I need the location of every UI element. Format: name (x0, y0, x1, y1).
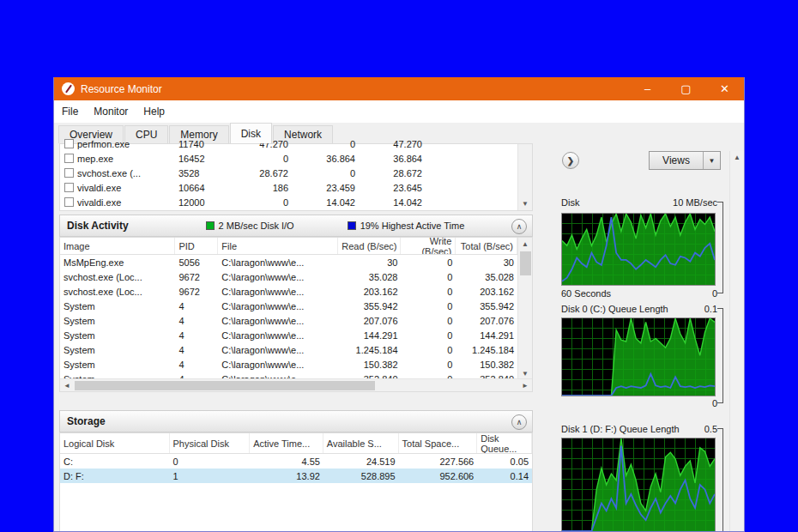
process-checkbox[interactable] (64, 154, 74, 163)
da-total: 150.382 (456, 360, 517, 370)
disk-activity-row[interactable]: System 4 C:\laragon\www\e... 1.245.184 0… (60, 342, 517, 357)
da-write: 0 (402, 360, 456, 370)
scroll-down-icon[interactable]: ▼ (518, 197, 532, 210)
process-image: perfmon.exe (74, 139, 175, 149)
da-pid: 5056 (175, 257, 218, 268)
da-file: C:\laragon\www\e... (218, 301, 337, 311)
process-row[interactable]: vivaldi.exe 10664 186 23.459 23.645 (60, 180, 517, 195)
da-file: C:\laragon\www\e... (218, 287, 337, 297)
da-file: C:\laragon\www\e... (218, 330, 337, 341)
maximize-button[interactable]: ▢ (667, 77, 705, 100)
da-write: 0 (402, 345, 456, 355)
scroll-up-icon[interactable]: ▲ (518, 238, 532, 251)
menu-file[interactable]: File (54, 100, 86, 123)
process-pid: 16452 (175, 154, 227, 164)
process-checkbox[interactable] (64, 168, 74, 178)
col-physical-disk[interactable]: Physical Disk (170, 433, 251, 453)
da-write: 0 (402, 272, 456, 282)
processes-scrollbar[interactable]: ▼ (517, 144, 532, 210)
da-total: 355.942 (456, 301, 517, 311)
st-available: 24.519 (323, 456, 399, 467)
collapse-disk-activity-button[interactable]: ∧ (511, 219, 527, 234)
hscroll-thumb[interactable] (75, 381, 375, 390)
da-file: C:\laragon\www\e... (218, 345, 337, 355)
disk-activity-row[interactable]: svchost.exe (Loc... 9672 C:\laragon\www\… (60, 284, 517, 299)
da-pid: 9672 (175, 287, 218, 297)
titlebar[interactable]: Resource Monitor – ▢ ✕ (54, 77, 744, 100)
col-file[interactable]: File (218, 238, 337, 254)
col-logical-disk[interactable]: Logical Disk (60, 433, 170, 453)
graph1-title: Disk (561, 197, 579, 208)
minimize-button[interactable]: – (628, 77, 667, 100)
resource-monitor-icon (62, 82, 75, 95)
col-write[interactable]: Write (B/sec) (401, 238, 456, 254)
scroll-up-icon[interactable]: ▲ (730, 151, 744, 164)
disk-activity-row[interactable]: svchost.exe (Loc... 9672 C:\laragon\www\… (60, 269, 517, 284)
disk-activity-hscrollbar[interactable]: ◄ ► (60, 378, 532, 391)
da-total: 144.291 (456, 330, 517, 341)
process-row[interactable]: svchost.exe (... 3528 28.672 0 28.672 (60, 166, 517, 180)
views-label: Views (650, 152, 703, 169)
panel-scrollbar[interactable]: ▲ (729, 151, 744, 532)
process-checkbox[interactable] (64, 183, 74, 192)
process-total: 28.672 (359, 168, 426, 178)
col-read[interactable]: Read (B/sec) (338, 238, 402, 254)
process-row[interactable]: vivaldi.exe 12000 0 14.042 14.042 (60, 195, 517, 209)
da-image: MsMpEng.exe (60, 257, 175, 268)
resource-monitor-window: Resource Monitor – ▢ ✕ File Monitor Help… (53, 77, 745, 532)
scroll-left-icon[interactable]: ◄ (60, 379, 74, 391)
window-title: Resource Monitor (81, 83, 162, 95)
col-image[interactable]: Image (60, 238, 175, 254)
process-write: 0 (292, 168, 359, 178)
da-total: 207.076 (456, 316, 517, 326)
col-total-space[interactable]: Total Space... (399, 433, 478, 453)
disk-activity-header: Disk Activity 2 MB/sec Disk I/O 19% High… (59, 215, 533, 237)
close-button[interactable]: ✕ (705, 77, 744, 100)
graph1-scale-bracket (717, 202, 723, 293)
queue-area (562, 438, 715, 531)
storage-row[interactable]: D: F: 1 13.92 528.895 952.606 0.14 (60, 469, 532, 483)
da-file: C:\laragon\www\e... (218, 360, 337, 370)
process-row[interactable]: perfmon.exe 11740 47.270 0 47.270 (60, 136, 517, 151)
views-button[interactable]: Views ▼ (649, 151, 721, 170)
disk-activity-row[interactable]: System 4 C:\laragon\www\e... 144.291 0 1… (60, 328, 517, 342)
process-row[interactable]: mep.exe 16452 0 36.864 36.864 (60, 151, 517, 166)
disk-activity-vscrollbar[interactable]: ▲ ▼ (517, 238, 532, 380)
process-checkbox[interactable] (64, 139, 74, 148)
graph1-footer-right: 0 (712, 288, 717, 300)
collapse-storage-button[interactable]: ∧ (511, 414, 527, 430)
col-total[interactable]: Total (B/sec) (456, 238, 517, 254)
graph2-title: Disk 0 (C:) Queue Length (561, 304, 668, 314)
col-active-time[interactable]: Active Time... (250, 433, 323, 453)
graph3-title: Disk 1 (D: F:) Queue Length (561, 424, 680, 434)
menubar: File Monitor Help (54, 100, 744, 123)
da-image: svchost.exe (Loc... (60, 272, 175, 282)
vscroll-thumb[interactable] (520, 251, 531, 275)
views-dropdown-icon[interactable]: ▼ (703, 152, 720, 169)
da-image: System (60, 360, 175, 370)
menu-help[interactable]: Help (136, 100, 172, 123)
col-pid[interactable]: PID (175, 238, 218, 254)
menu-monitor[interactable]: Monitor (86, 100, 136, 123)
process-total: 23.645 (359, 183, 426, 193)
storage-row[interactable]: C: 0 4.55 24.519 227.566 0.05 (60, 454, 532, 469)
disk1-queue-graph (561, 438, 716, 532)
disk-activity-section: Disk Activity 2 MB/sec Disk I/O 19% High… (59, 215, 533, 392)
da-pid: 4 (175, 301, 218, 311)
scroll-right-icon[interactable]: ► (518, 379, 532, 391)
da-file: C:\laragon\www\e... (218, 316, 337, 326)
da-read: 207.076 (338, 316, 402, 326)
col-available-space[interactable]: Available S... (323, 433, 399, 453)
col-disk-queue[interactable]: Disk Queue... (477, 433, 532, 453)
disk-activity-row[interactable]: System 4 C:\laragon\www\e... 207.076 0 2… (60, 313, 517, 328)
disk-activity-row[interactable]: MsMpEng.exe 5056 C:\laragon\www\e... 30 … (60, 255, 517, 269)
expand-panel-button[interactable]: ❯ (562, 152, 579, 169)
st-logical: D: F: (60, 471, 170, 481)
da-read: 30 (338, 257, 402, 268)
disk-activity-row[interactable]: System 4 C:\laragon\www\e... 355.942 0 3… (60, 299, 517, 313)
st-total: 227.566 (399, 456, 478, 467)
process-checkbox[interactable] (64, 197, 74, 207)
disk-activity-row[interactable]: System 4 C:\laragon\www\e... 150.382 0 1… (60, 357, 517, 372)
tab-disk[interactable]: Disk (230, 123, 272, 143)
disk-activity-columns: Image PID File Read (B/sec) Write (B/sec… (60, 238, 517, 255)
